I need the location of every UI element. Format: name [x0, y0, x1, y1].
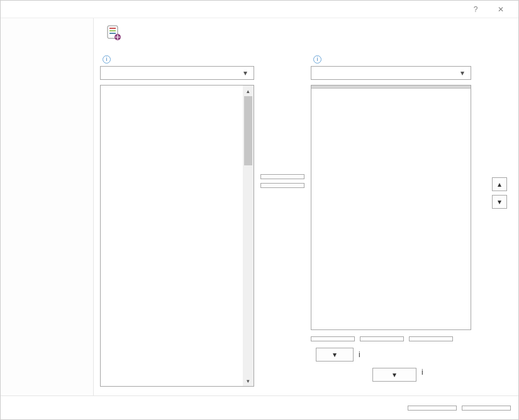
customize-ribbon-combo[interactable]: ▾: [311, 66, 471, 80]
info-icon[interactable]: i: [103, 55, 111, 64]
close-button[interactable]: ✕: [488, 5, 513, 14]
choose-commands-combo[interactable]: ▾: [100, 66, 254, 80]
chevron-down-icon: ▾: [240, 69, 251, 77]
excel-options-dialog: ? ✕ i ▾: [0, 0, 519, 420]
svg-rect-2: [109, 30, 116, 31]
svg-rect-3: [109, 33, 116, 34]
scroll-down-icon[interactable]: ▾: [243, 375, 254, 386]
reset-button[interactable]: ▾: [316, 348, 354, 362]
info-icon[interactable]: i: [313, 55, 321, 64]
sidebar: [1, 18, 94, 395]
tree-header: [311, 86, 471, 89]
cancel-button[interactable]: [462, 406, 511, 411]
remove-button[interactable]: [260, 183, 304, 188]
scroll-up-icon[interactable]: ▴: [243, 86, 254, 96]
svg-rect-1: [109, 28, 116, 29]
scroll-thumb[interactable]: [244, 96, 252, 165]
new-tab-button[interactable]: [311, 336, 355, 341]
chevron-down-icon: ▾: [457, 69, 468, 77]
rename-button[interactable]: [409, 336, 453, 341]
scrollbar[interactable]: ▴ ▾: [243, 86, 254, 386]
customize-ribbon-icon: [105, 25, 123, 42]
move-down-button[interactable]: ▾: [492, 195, 507, 209]
dialog-footer: [1, 395, 518, 419]
ok-button[interactable]: [408, 406, 457, 411]
main-panel: i ▾ ▴ ▾: [94, 18, 518, 395]
info-icon[interactable]: i: [359, 350, 360, 359]
info-icon[interactable]: i: [421, 368, 423, 382]
move-up-button[interactable]: ▴: [492, 177, 507, 191]
import-export-button[interactable]: ▾: [372, 368, 416, 382]
add-button[interactable]: [260, 174, 304, 179]
new-group-button[interactable]: [360, 336, 404, 341]
titlebar: ? ✕: [1, 1, 518, 18]
commands-listbox[interactable]: ▴ ▾: [100, 85, 254, 387]
help-button[interactable]: ?: [463, 5, 488, 14]
ribbon-tree[interactable]: [311, 85, 471, 330]
